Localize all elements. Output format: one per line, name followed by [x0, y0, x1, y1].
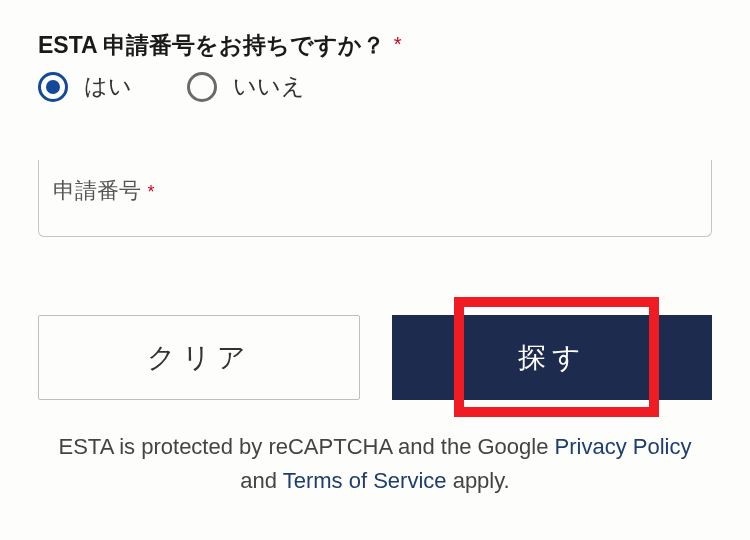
esta-question-label: ESTA 申請番号をお持ちですか？ — [38, 32, 385, 58]
application-number-label: 申請番号 — [53, 178, 141, 203]
search-button[interactable]: 探す — [392, 315, 712, 400]
search-button-label: 探す — [518, 339, 587, 377]
required-marker: * — [394, 33, 402, 55]
privacy-policy-link[interactable]: Privacy Policy — [555, 434, 692, 459]
radio-option-no[interactable]: いいえ — [187, 71, 305, 102]
search-button-wrap: 探す — [392, 315, 712, 400]
radio-yes-label: はい — [84, 71, 132, 102]
esta-question-group: ESTA 申請番号をお持ちですか？ * はい いいえ — [38, 30, 712, 102]
radio-option-yes[interactable]: はい — [38, 71, 132, 102]
radio-selected-icon — [38, 72, 68, 102]
radio-unselected-icon — [187, 72, 217, 102]
terms-of-service-link[interactable]: Terms of Service — [283, 468, 447, 493]
application-number-input[interactable]: 申請番号 * — [38, 160, 712, 237]
recaptcha-footer: ESTA is protected by reCAPTCHA and the G… — [38, 430, 712, 498]
radio-group: はい いいえ — [38, 71, 712, 102]
clear-button[interactable]: クリア — [38, 315, 360, 400]
required-marker: * — [147, 182, 154, 202]
clear-button-label: クリア — [147, 339, 252, 377]
footer-text-part1: ESTA is protected by reCAPTCHA and the G… — [59, 434, 555, 459]
footer-text-part3: apply. — [447, 468, 510, 493]
button-row: クリア 探す — [38, 315, 712, 400]
radio-no-label: いいえ — [233, 71, 305, 102]
footer-text-part2: and — [240, 468, 282, 493]
